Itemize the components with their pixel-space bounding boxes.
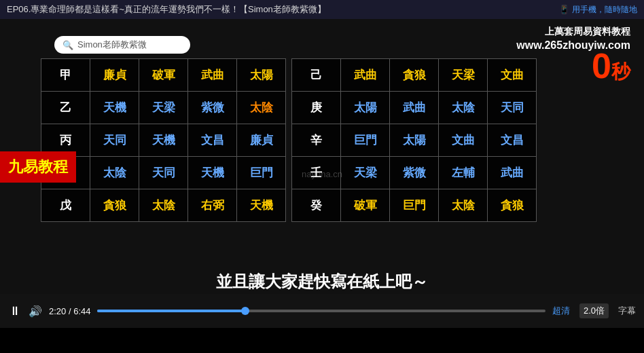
cell: 甲 [41, 59, 90, 92]
cell: 廉貞 [90, 59, 139, 92]
cell: 太陽 [237, 59, 286, 92]
cell: 天梁 [341, 157, 390, 189]
watermark-url: www.265zhouyiw.com [516, 39, 630, 52]
topbar-title: EP06.專業命理師都是這樣看~真正的流年運勢我們不一樣！【Simon老師教紫微… [7, 3, 326, 16]
cell: 貪狼 [90, 189, 139, 222]
cell: 文昌 [188, 124, 237, 157]
volume-button[interactable]: 🔊 [29, 305, 42, 318]
cell: 紫微 [188, 92, 237, 124]
cell: 太陽 [341, 92, 390, 124]
cell: 癸 [292, 189, 341, 222]
cell: 太陽 [390, 124, 439, 157]
cell: 巨門 [390, 189, 439, 222]
cell: 破軍 [341, 189, 390, 222]
cell: 天機 [237, 189, 286, 222]
table-row: 丙 天同 天機 文昌 廉貞 [41, 124, 286, 157]
cell: 辛 [292, 124, 341, 157]
table-row: 甲 廉貞 破軍 武曲 太陽 [41, 59, 286, 92]
cell: 武曲 [341, 59, 390, 92]
cell: 巨門 [237, 157, 286, 189]
quality-button[interactable]: 超清 [552, 305, 570, 317]
time-total: 6:44 [73, 306, 90, 316]
progress-dot [241, 307, 249, 315]
phone-icon: 📱 [559, 5, 569, 14]
cell: 壬 [292, 157, 341, 189]
watermark-seconds: 0 [592, 48, 611, 83]
table-row: 丁 太陰 天同 天機 巨門 [41, 157, 286, 189]
play-button[interactable]: ⏸ [8, 304, 22, 318]
table-row: 辛 巨門 太陽 文曲 文昌 [292, 124, 537, 157]
cell: 戊 [41, 189, 90, 222]
cell: 文昌 [488, 124, 537, 157]
speed-button[interactable]: 2.0倍 [579, 303, 609, 318]
cell: 紫微 [390, 157, 439, 189]
tables-container: 甲 廉貞 破軍 武曲 太陽 乙 天機 天梁 紫微 太陰 丙 天同 天機 [41, 58, 537, 222]
right-table: 己 武曲 貪狼 天梁 文曲 庚 太陽 武曲 太陰 天同 辛 巨門 太陽 [291, 58, 537, 222]
cell: 左輔 [439, 157, 488, 189]
cell: 貪狼 [390, 59, 439, 92]
cell: 天機 [139, 124, 188, 157]
cell: 天梁 [439, 59, 488, 92]
cell: 文曲 [439, 124, 488, 157]
time-display: 2:20 / 6:44 [49, 306, 90, 316]
right-controls: 超清 2.0倍 字幕 [552, 303, 636, 318]
cell: 太陰 [439, 92, 488, 124]
watermark-miao: 秒 [611, 59, 630, 85]
phone-button[interactable]: 📱 用手機，隨時隨地 [559, 4, 637, 16]
cell: 乙 [41, 92, 90, 124]
video-area: 🔍 Simon老師教紫微 上萬套周易資料教程 www.265zhouyiw.co… [0, 19, 644, 328]
cell: 庚 [292, 92, 341, 124]
progress-bar[interactable] [97, 310, 545, 312]
cell: 廉貞 [237, 124, 286, 157]
cell: 太陰 [90, 157, 139, 189]
cell: 天同 [139, 157, 188, 189]
cell: 天同 [90, 124, 139, 157]
time-current: 2:20 [49, 306, 66, 316]
table-row: 癸 破軍 巨門 太陰 貪狼 [292, 189, 537, 222]
table-row: 己 武曲 貪狼 天梁 文曲 [292, 59, 537, 92]
subtitle: 並且讓大家趕快寫在紙上吧～ [0, 271, 644, 293]
caption-button[interactable]: 字幕 [618, 305, 636, 317]
cell: 天同 [488, 92, 537, 124]
cell: 太陰 [439, 189, 488, 222]
cell: 右弼 [188, 189, 237, 222]
search-text: Simon老師教紫微 [77, 39, 147, 51]
search-bar[interactable]: 🔍 Simon老師教紫微 [54, 36, 190, 54]
cell: 天機 [90, 92, 139, 124]
table-row: 壬 天梁 紫微 左輔 武曲 [292, 157, 537, 189]
cell: 武曲 [188, 59, 237, 92]
play-icon: ⏸ [9, 304, 21, 318]
progress-fill [97, 310, 245, 312]
cell: 太陰 [139, 189, 188, 222]
cell: 破軍 [139, 59, 188, 92]
cell: 武曲 [488, 157, 537, 189]
cell: 太陰 [237, 92, 286, 124]
cell: 巨門 [341, 124, 390, 157]
topbar: EP06.專業命理師都是這樣看~真正的流年運勢我們不一樣！【Simon老師教紫微… [0, 0, 644, 19]
cell: 己 [292, 59, 341, 92]
cell: 貪狼 [488, 189, 537, 222]
controls-bar: ⏸ 🔊 2:20 / 6:44 超清 2.0倍 字幕 [0, 294, 644, 328]
cell: 天梁 [139, 92, 188, 124]
cell: 武曲 [390, 92, 439, 124]
table-row: 庚 太陽 武曲 太陰 天同 [292, 92, 537, 124]
watermark: 上萬套周易資料教程 www.265zhouyiw.com 0 秒 [516, 26, 630, 85]
red-label: 九易教程 [0, 151, 76, 183]
volume-icon: 🔊 [29, 305, 42, 317]
left-table: 甲 廉貞 破軍 武曲 太陽 乙 天機 天梁 紫微 太陰 丙 天同 天機 [41, 58, 286, 222]
table-row: 乙 天機 天梁 紫微 太陰 [41, 92, 286, 124]
search-icon: 🔍 [62, 40, 73, 50]
table-row: 戊 貪狼 太陰 右弼 天機 [41, 189, 286, 222]
cell: 天機 [188, 157, 237, 189]
watermark-title: 上萬套周易資料教程 [516, 26, 630, 38]
